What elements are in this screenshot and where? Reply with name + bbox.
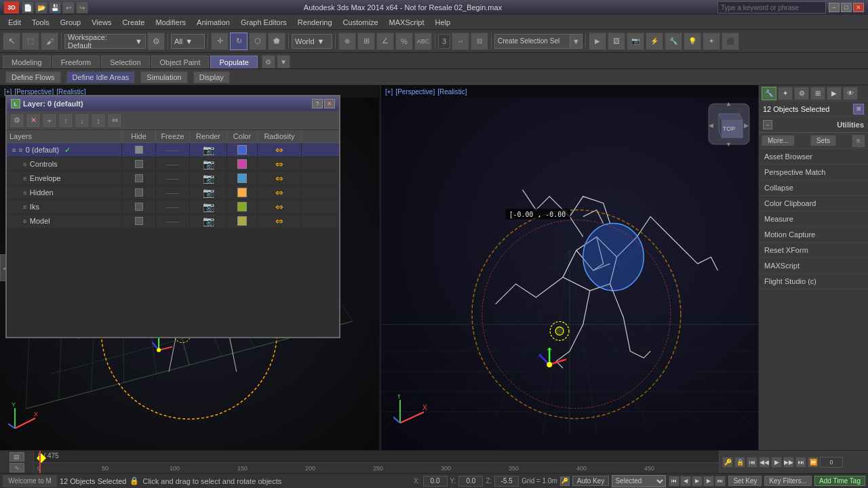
nav-next[interactable]: ▶: [703, 476, 714, 487]
select-and-scale[interactable]: ⬡: [249, 33, 267, 50]
display-btn[interactable]: Display: [193, 71, 230, 83]
nav-cube[interactable]: TOP ◀ ▶ ▲ ▼: [705, 100, 753, 149]
layer-move-up-btn[interactable]: ↑: [58, 113, 73, 128]
layer-row-hidden[interactable]: ≡ Hidden —— 📷 ⇔: [7, 186, 339, 200]
layer-expand-btn[interactable]: ↕: [91, 113, 106, 128]
snap-toggle[interactable]: ⊞: [357, 33, 375, 50]
utilities-more-btn[interactable]: More...: [762, 135, 795, 146]
main-3d-viewport[interactable]: [-0.00 , -0.00 X Y: [381, 98, 758, 450]
hide-checkbox-iks[interactable]: [135, 203, 143, 211]
util-reset-xform[interactable]: Reset XForm: [759, 243, 868, 258]
set-key-btn[interactable]: Set Key: [728, 476, 762, 486]
spinner-snap[interactable]: ABC: [414, 33, 432, 50]
open-btn[interactable]: 📂: [35, 1, 47, 14]
layer-color-iks[interactable]: [227, 200, 258, 214]
vp-realistic[interactable]: [Realistic]: [56, 88, 85, 96]
next-key-btn[interactable]: ▶▶: [783, 457, 794, 468]
utilities-collapse-btn[interactable]: –: [763, 120, 772, 129]
key-filters-btn[interactable]: Key Filters...: [764, 476, 812, 486]
hide-checkbox-model[interactable]: [135, 217, 143, 225]
redo-btn[interactable]: ↪: [76, 1, 88, 14]
tab-modeling[interactable]: Modeling: [3, 56, 51, 68]
frame-input[interactable]: [822, 458, 841, 467]
util-color-clipboard[interactable]: Color Clipboard: [759, 196, 868, 211]
render-btn6[interactable]: 💡: [684, 33, 701, 50]
menu-modifiers[interactable]: Modifiers: [150, 17, 191, 28]
close-btn[interactable]: ✕: [853, 3, 864, 12]
nav-end[interactable]: ⏭: [715, 476, 726, 487]
render-btn5[interactable]: 🔧: [665, 33, 682, 50]
vp-perspective[interactable]: [Perspective]: [14, 88, 54, 96]
layer-move-down-btn[interactable]: ↓: [75, 113, 90, 128]
util-motion-capture[interactable]: Motion Capture: [759, 227, 868, 243]
workspace-dropdown[interactable]: Workspace: Default ▼: [64, 34, 146, 49]
play-btn[interactable]: ▶: [771, 457, 782, 468]
render-btn1[interactable]: ▶: [589, 33, 606, 50]
util-collapse[interactable]: Collapse: [759, 180, 868, 196]
layer-row-controls[interactable]: ≡ Controls —— 📷 ⇔: [7, 157, 339, 171]
key-btn[interactable]: 🔑: [722, 457, 733, 468]
layer-row-envelope[interactable]: ≡ Envelope —— 📷 ⇔: [7, 171, 339, 186]
menu-group[interactable]: Group: [55, 17, 87, 28]
tab-selection[interactable]: Selection: [101, 56, 149, 68]
util-perspective-match[interactable]: Perspective Match: [759, 165, 868, 180]
render-btn3[interactable]: 📷: [627, 33, 644, 50]
nav-prev[interactable]: ◀: [680, 476, 691, 487]
tab-arrow[interactable]: ▼: [277, 55, 290, 68]
layer-hide-controls[interactable]: [122, 157, 156, 171]
angle-snap[interactable]: ∠: [376, 33, 394, 50]
vp-main-plus[interactable]: [+]: [385, 88, 393, 96]
percent-snap[interactable]: %: [395, 33, 413, 50]
curve-editor-btn[interactable]: ∿: [9, 463, 24, 472]
selection-dropdown-btn[interactable]: ▼: [570, 35, 582, 48]
hide-checkbox-hidden[interactable]: [135, 188, 143, 197]
playhead[interactable]: [39, 451, 41, 473]
layer-color-controls[interactable]: [227, 157, 258, 171]
lock-btn[interactable]: 🔒: [734, 457, 745, 468]
nav-start[interactable]: ⏮: [669, 476, 679, 487]
hierarchy-tab-btn[interactable]: ⊞: [810, 87, 825, 100]
menu-help[interactable]: Help: [430, 17, 456, 28]
auto-key-btn[interactable]: Auto Key: [572, 476, 610, 486]
x-input[interactable]: [423, 476, 448, 487]
create-selection-input[interactable]: [495, 35, 570, 48]
render-btn7[interactable]: ✦: [703, 33, 720, 50]
filter-dropdown[interactable]: All ▼: [171, 34, 205, 49]
menu-graph-editors[interactable]: Graph Editors: [235, 17, 292, 28]
maximize-btn[interactable]: □: [841, 3, 852, 12]
layer-hide-envelope[interactable]: [122, 171, 156, 185]
tab-populate[interactable]: Populate: [210, 56, 257, 68]
minimize-btn[interactable]: –: [829, 3, 840, 12]
next-frame-btn[interactable]: ⏭: [795, 457, 806, 468]
define-flows-btn[interactable]: Define Flows: [5, 71, 61, 83]
objects-count-icon[interactable]: ⊞: [853, 104, 864, 115]
layer-color-hidden[interactable]: [227, 186, 258, 199]
mirror-tool[interactable]: ↔: [452, 33, 469, 50]
selected-dropdown[interactable]: Selected: [612, 475, 666, 487]
dialog-close-btn[interactable]: ✕: [324, 99, 335, 108]
dialog-help-btn[interactable]: ?: [312, 99, 323, 108]
end-btn[interactable]: ⏩: [808, 457, 818, 468]
define-idle-areas-btn[interactable]: Define Idle Areas: [66, 71, 136, 83]
select-tool[interactable]: ↖: [3, 33, 20, 50]
z-input[interactable]: [494, 476, 519, 487]
util-asset-browser[interactable]: Asset Browser: [759, 149, 868, 165]
undo-btn[interactable]: ↩: [62, 1, 75, 14]
menu-customize[interactable]: Customize: [338, 17, 384, 28]
layer-settings-btn[interactable]: ⚙: [9, 113, 24, 128]
align-tool[interactable]: ⊟: [471, 33, 488, 50]
save-btn[interactable]: 💾: [49, 1, 61, 14]
workspace-options[interactable]: ⚙: [147, 33, 165, 50]
layer-collapse-btn[interactable]: ⇔: [107, 113, 122, 128]
menu-create[interactable]: Create: [117, 17, 150, 28]
prev-frame-btn[interactable]: ⏮: [747, 457, 757, 468]
region-select-tool[interactable]: ⬚: [22, 33, 39, 50]
hide-checkbox-controls[interactable]: [135, 160, 143, 168]
y-input[interactable]: [458, 476, 483, 487]
utilities-list-icon[interactable]: ≡: [852, 134, 865, 148]
menu-tools[interactable]: Tools: [26, 17, 55, 28]
util-flight-studio[interactable]: Flight Studio (c): [759, 274, 868, 289]
tab-object-paint[interactable]: Object Paint: [151, 56, 210, 68]
timeline-main[interactable]: 0 / 475 0 50 100 150 200 250 300 350 400…: [34, 451, 719, 473]
search-input[interactable]: [717, 1, 826, 14]
